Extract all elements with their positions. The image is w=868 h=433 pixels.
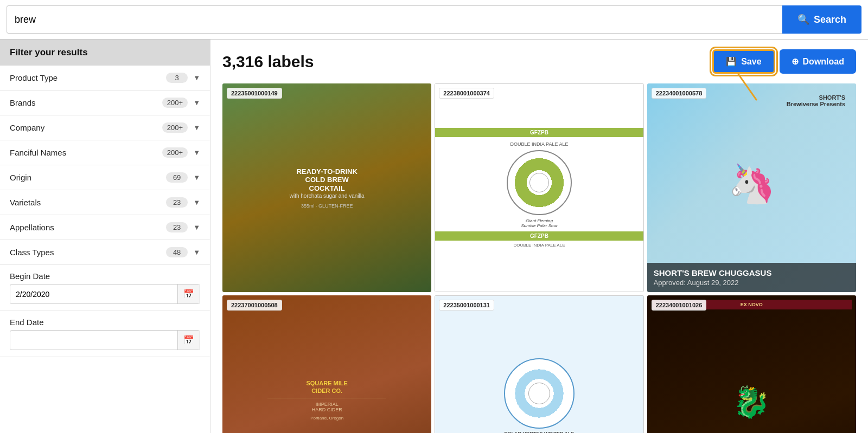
download-icon: ⊕ <box>792 56 799 67</box>
begin-date-label: Begin Date <box>10 272 200 281</box>
sidebar: Filter your results Product Type 3 ▼ Bra… <box>0 40 210 433</box>
end-date-input[interactable] <box>10 332 177 349</box>
action-buttons: 💾 Save ⊕ Download <box>712 49 856 74</box>
filter-count: 23 <box>166 222 188 232</box>
chevron-down-icon: ▼ <box>193 248 200 256</box>
filter-label: Brands <box>10 98 162 107</box>
label-id: 22234001001026 <box>652 300 707 311</box>
filter-label: Fanciful Names <box>10 148 162 157</box>
search-bar: 🔍 Search <box>0 0 868 40</box>
chevron-down-icon: ▼ <box>193 223 200 231</box>
label-overlay-title: COLD BREW COCKTAIL <box>229 268 425 277</box>
results-count: 3,316 labels <box>222 53 704 71</box>
filter-count: 200+ <box>162 147 188 158</box>
label-card[interactable]: 22234001001026 EX NOVO 🐉 BREWING COMPANY… <box>647 295 856 433</box>
label-id: 22235001000131 <box>439 300 494 311</box>
save-button-wrapper: 💾 Save <box>712 49 775 74</box>
chevron-down-icon: ▼ <box>193 124 200 132</box>
filter-row-varietals[interactable]: Varietals 23 ▼ <box>0 190 210 215</box>
filter-row-brands[interactable]: Brands 200+ ▼ <box>0 91 210 115</box>
filter-count: 48 <box>166 247 188 257</box>
filter-row-product-type[interactable]: Product Type 3 ▼ <box>0 66 210 91</box>
filter-count: 200+ <box>162 98 188 108</box>
filter-count: 3 <box>166 73 188 83</box>
filter-label: Class Types <box>10 248 166 257</box>
search-button-label: Search <box>814 14 846 25</box>
chevron-down-icon: ▼ <box>193 173 200 182</box>
filter-label: Product Type <box>10 73 166 82</box>
filter-label: Origin <box>10 173 166 182</box>
filter-count: 200+ <box>162 122 188 133</box>
chevron-down-icon: ▼ <box>193 99 200 107</box>
label-card[interactable]: 22237001000508 SQUARE MILECIDER CO. IMPE… <box>222 295 431 433</box>
label-card[interactable]: 22238001000374 GFZPB DOUBLE INDIA PALE A… <box>435 83 643 292</box>
search-input[interactable] <box>7 5 782 34</box>
end-date-input-wrap: 📅 <box>10 330 200 350</box>
label-overlay-date: Approved: August 29, 2022 <box>654 279 850 287</box>
filter-label: Company <box>10 123 162 132</box>
search-button[interactable]: 🔍 Search <box>782 5 861 34</box>
label-card[interactable]: 22234001000578 🦄 SHORT'SBrewiverse Prese… <box>647 83 856 292</box>
download-button[interactable]: ⊕ Download <box>780 49 856 74</box>
end-date-section: End Date 📅 <box>0 311 210 357</box>
begin-date-input[interactable] <box>10 286 177 303</box>
label-overlay: SHORT'S BREW CHUGGASUS Approved: August … <box>647 263 856 292</box>
filter-row-company[interactable]: Company 200+ ▼ <box>0 115 210 140</box>
save-button-label: Save <box>741 57 761 67</box>
filter-row-appellations[interactable]: Appellations 23 ▼ <box>0 215 210 240</box>
filter-label: Appellations <box>10 223 166 232</box>
chevron-down-icon: ▼ <box>193 148 200 157</box>
save-icon: 💾 <box>726 56 737 67</box>
search-icon: 🔍 <box>797 14 809 25</box>
label-id: 22235001000149 <box>227 88 282 99</box>
filter-row-origin[interactable]: Origin 69 ▼ <box>0 165 210 190</box>
labels-grid: 22235001000149 READY-TO-DRINKCOLD BREWCO… <box>222 83 856 433</box>
filter-count: 23 <box>166 197 188 208</box>
filter-label: Varietals <box>10 198 166 207</box>
chevron-down-icon: ▼ <box>193 74 200 82</box>
filter-count: 69 <box>166 172 188 183</box>
sidebar-title: Filter your results <box>0 40 210 66</box>
chevron-down-icon: ▼ <box>193 198 200 206</box>
label-id: 22237001000508 <box>227 300 282 311</box>
content-area: 3,316 labels 💾 Save ⊕ Download 222350010… <box>210 40 868 433</box>
label-id: 22238001000374 <box>439 88 494 99</box>
download-button-label: Download <box>803 57 844 67</box>
begin-date-section: Begin Date 📅 <box>0 265 210 311</box>
label-overlay-title: SHORT'S BREW CHUGGASUS <box>654 268 850 277</box>
main-layout: Filter your results Product Type 3 ▼ Bra… <box>0 40 868 433</box>
results-header: 3,316 labels 💾 Save ⊕ Download <box>222 49 856 74</box>
save-button[interactable]: 💾 Save <box>712 49 775 74</box>
end-date-calendar-button[interactable]: 📅 <box>177 331 200 350</box>
begin-date-calendar-button[interactable]: 📅 <box>177 285 200 303</box>
begin-date-input-wrap: 📅 <box>10 284 200 304</box>
label-overlay-date: Ready-to-drink cold brew cocktail <box>229 279 425 287</box>
label-overlay-date: Double India Pale Ale <box>441 279 637 287</box>
filter-list: Product Type 3 ▼ Brands 200+ ▼ Company 2… <box>0 66 210 265</box>
label-overlay-title: GFZPB <box>441 268 637 277</box>
label-id: 22234001000578 <box>652 88 707 99</box>
label-card[interactable]: 22235001000149 READY-TO-DRINKCOLD BREWCO… <box>222 83 431 292</box>
end-date-label: End Date <box>10 318 200 327</box>
label-card[interactable]: 22235001000131 POLAR VORTEX WINTER ALEWI… <box>435 295 643 433</box>
filter-row-class-types[interactable]: Class Types 48 ▼ <box>0 240 210 265</box>
filter-row-fanciful-names[interactable]: Fanciful Names 200+ ▼ <box>0 140 210 165</box>
